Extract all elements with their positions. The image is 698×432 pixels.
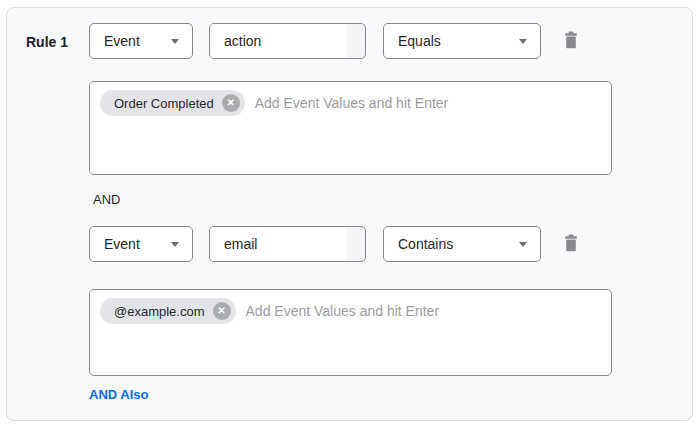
property-field-wrapper <box>209 226 366 262</box>
delete-condition-button[interactable] <box>562 234 580 254</box>
operator-select[interactable]: Equals <box>383 23 541 59</box>
chevron-down-icon <box>171 39 179 44</box>
operator-value: Contains <box>398 236 453 252</box>
event-values-box[interactable]: Order Completed ✕ Add Event Values and h… <box>89 81 612 175</box>
trash-icon <box>564 31 578 52</box>
values-placeholder: Add Event Values and hit Enter <box>246 298 440 324</box>
operator-value: Equals <box>398 33 441 49</box>
trash-icon <box>564 234 578 255</box>
and-connector-label: AND <box>93 192 120 207</box>
value-chip: @example.com ✕ <box>100 298 236 324</box>
chevron-down-icon <box>171 242 179 247</box>
property-input[interactable] <box>210 227 347 261</box>
condition-type-select[interactable]: Event <box>89 226 193 262</box>
values-placeholder: Add Event Values and hit Enter <box>255 90 449 116</box>
condition-type-value: Event <box>104 33 140 49</box>
rule-title: Rule 1 <box>26 34 68 50</box>
condition-row: Event Contains <box>89 226 580 262</box>
chevron-down-icon <box>519 242 527 247</box>
condition-row: Event Equals <box>89 23 580 59</box>
condition-type-value: Event <box>104 236 140 252</box>
rule-card: Rule 1 Event Equals Order Complete <box>6 7 693 421</box>
property-input[interactable] <box>210 24 347 58</box>
value-chip-label: @example.com <box>114 304 205 319</box>
chip-remove-icon[interactable]: ✕ <box>213 302 231 320</box>
chip-remove-icon[interactable]: ✕ <box>222 94 240 112</box>
value-chip-label: Order Completed <box>114 96 214 111</box>
delete-condition-button[interactable] <box>562 31 580 51</box>
value-chip: Order Completed ✕ <box>100 90 245 116</box>
and-also-link[interactable]: AND Also <box>89 387 148 402</box>
condition-type-select[interactable]: Event <box>89 23 193 59</box>
operator-select[interactable]: Contains <box>383 226 541 262</box>
property-field-wrapper <box>209 23 366 59</box>
event-values-box[interactable]: @example.com ✕ Add Event Values and hit … <box>89 289 612 376</box>
chevron-down-icon <box>519 39 527 44</box>
